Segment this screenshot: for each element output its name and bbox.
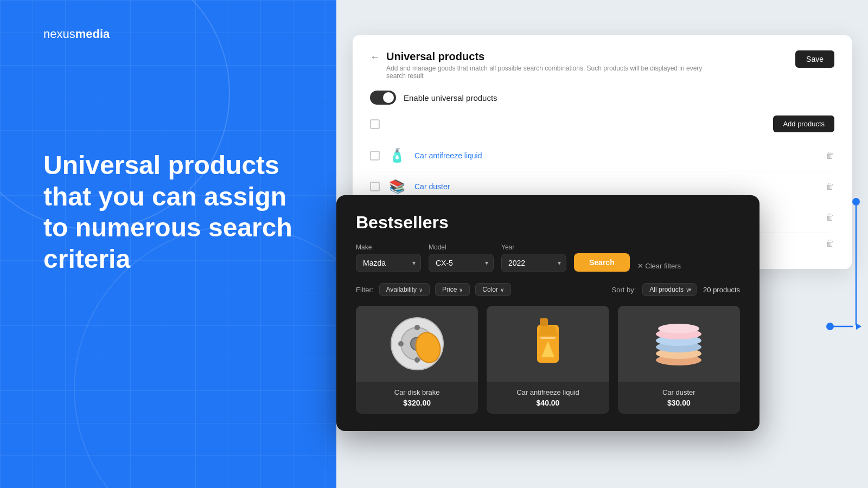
product-card-price-3: $30.00 <box>624 399 733 407</box>
make-select-wrapper: Mazda <box>356 254 421 272</box>
product-card-price-1: $320.00 <box>362 399 471 407</box>
svg-point-9 <box>414 357 420 363</box>
filter-bar-left: Filter: Availability ∨ Price ∨ Color ∨ <box>356 283 511 296</box>
product-card-1[interactable]: Car disk brake $320.00 <box>356 306 478 414</box>
year-select-wrapper: 2022 <box>501 254 566 272</box>
left-panel: nexusmedia Universal products that you c… <box>0 0 336 488</box>
admin-header-left: ← Universal products Add and manage good… <box>370 50 712 80</box>
hero-text: Universal products that you can assign t… <box>43 150 293 274</box>
products-count: 20 products <box>703 286 740 294</box>
back-button[interactable]: ← <box>370 52 380 63</box>
products-grid: Car disk brake $320.00 Car anti <box>356 306 740 414</box>
admin-title-block: Universal products Add and manage goods … <box>386 50 712 80</box>
filter-label-text: Filter: <box>356 286 374 294</box>
product-thumb-2: 📚 <box>387 177 407 196</box>
delete-icon-1[interactable]: 🗑 <box>826 151 834 160</box>
logo-text-bold: media <box>75 27 110 41</box>
product-card-info-3: Car duster $30.00 <box>618 382 740 414</box>
logo-text-light: nexus <box>43 27 75 41</box>
admin-panel-subtitle: Add and manage goods that match all poss… <box>386 65 712 80</box>
svg-marker-4 <box>856 323 861 330</box>
add-products-button[interactable]: Add products <box>773 115 834 132</box>
product-card-img-2 <box>487 306 609 382</box>
toggle-row: Enable universal products <box>370 91 834 105</box>
svg-point-0 <box>852 198 860 206</box>
toggle-label: Enable universal products <box>404 93 497 102</box>
bestsellers-card: Bestsellers Make Mazda Model CX-5 <box>336 195 760 431</box>
product-card-name-1: Car disk brake <box>362 388 471 396</box>
delete-icon-3[interactable]: 🗑 <box>826 213 834 222</box>
delete-icon-2[interactable]: 🗑 <box>826 182 834 191</box>
filter-bar: Filter: Availability ∨ Price ∨ Color ∨ S… <box>356 283 740 296</box>
product-checkbox-1[interactable] <box>370 151 380 160</box>
year-label: Year <box>501 243 566 251</box>
save-button[interactable]: Save <box>795 50 834 68</box>
svg-point-10 <box>398 341 404 346</box>
year-select[interactable]: 2022 <box>501 254 566 272</box>
select-all-checkbox[interactable] <box>370 119 380 129</box>
filter-bar-right: Sort by: All products ∨ 20 products <box>612 283 740 296</box>
svg-point-8 <box>414 325 420 330</box>
price-chip[interactable]: Price ∨ <box>435 283 470 296</box>
clear-filters-button[interactable]: ✕ Clear filters <box>637 262 681 270</box>
logo: nexusmedia <box>43 27 293 41</box>
product-row: 🧴 Car antifreeze liquid 🗑 <box>370 140 834 171</box>
product-card-img-3 <box>618 306 740 382</box>
products-header-row: Add products <box>370 115 834 138</box>
product-card-3[interactable]: Car duster $30.00 <box>618 306 740 414</box>
product-card-price-2: $40.00 <box>493 399 602 407</box>
product-card-name-2: Car antifreeze liquid <box>493 388 602 396</box>
admin-header: ← Universal products Add and manage good… <box>370 50 834 80</box>
svg-rect-14 <box>540 318 548 326</box>
model-filter-group: Model CX-5 <box>429 243 494 272</box>
model-label: Model <box>429 243 494 251</box>
color-chip[interactable]: Color ∨ <box>475 283 511 296</box>
bestsellers-filters: Make Mazda Model CX-5 Year <box>356 243 740 272</box>
year-filter-group: Year 2022 <box>501 243 566 272</box>
svg-marker-15 <box>538 326 558 336</box>
enable-toggle[interactable] <box>370 91 396 105</box>
product-thumb-1: 🧴 <box>387 146 407 165</box>
svg-rect-16 <box>540 337 556 339</box>
admin-panel-title: Universal products <box>386 50 712 63</box>
make-label: Make <box>356 243 421 251</box>
sort-by-label: Sort by: <box>612 286 636 294</box>
product-card-2[interactable]: Car antifreeze liquid $40.00 <box>487 306 609 414</box>
delete-icon-4[interactable]: 🗑 <box>826 239 834 248</box>
sort-select[interactable]: All products ∨ <box>642 283 697 296</box>
make-select[interactable]: Mazda <box>356 254 421 272</box>
product-card-info-1: Car disk brake $320.00 <box>356 382 478 414</box>
product-link-2[interactable]: Car duster <box>414 182 818 191</box>
svg-point-23 <box>658 324 699 333</box>
availability-chip[interactable]: Availability ∨ <box>379 283 430 296</box>
bestsellers-title: Bestsellers <box>356 213 740 233</box>
product-card-img-1 <box>356 306 478 382</box>
product-card-name-3: Car duster <box>624 388 733 396</box>
search-button[interactable]: Search <box>574 253 630 272</box>
svg-point-2 <box>826 323 834 330</box>
right-area: ← Universal products Add and manage good… <box>336 0 868 488</box>
model-select[interactable]: CX-5 <box>429 254 494 272</box>
make-filter-group: Make Mazda <box>356 243 421 272</box>
product-link-1[interactable]: Car antifreeze liquid <box>414 151 818 160</box>
product-card-info-2: Car antifreeze liquid $40.00 <box>487 382 609 414</box>
product-checkbox-2[interactable] <box>370 182 380 191</box>
model-select-wrapper: CX-5 <box>429 254 494 272</box>
